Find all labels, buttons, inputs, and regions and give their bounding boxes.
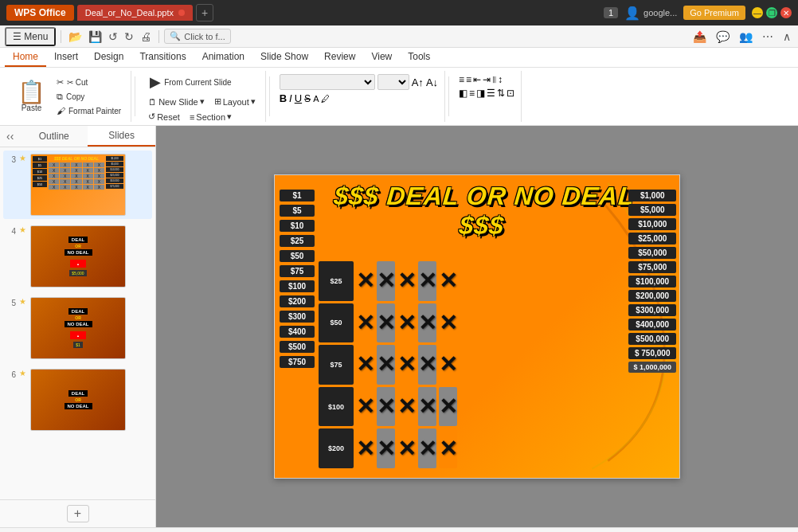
highlight-button[interactable]: 🖊 (321, 94, 330, 104)
cell-4-4: ✕ (418, 387, 436, 427)
search-icon: 🔍 (170, 31, 181, 41)
amount-300000r: $300,000 (628, 304, 676, 316)
text-align-v-button[interactable]: ⊡ (507, 88, 514, 99)
line-spacing-button[interactable]: ↕ (498, 74, 503, 85)
deal-slide: $$$ DEAL OR NO DEAL $$$ $1 $5 $10 $25 $5… (275, 175, 679, 478)
slide-item[interactable]: 4 ★ DEAL OR NO DEAL ▲ $5,000 (3, 222, 152, 291)
amount-100l: $100 (280, 280, 315, 292)
reset-button[interactable]: ↺ Reset (145, 110, 183, 123)
columns-button[interactable]: ⫴ (492, 74, 496, 85)
slide-item[interactable]: 6 ★ DEAL OR NO DEAL (3, 366, 152, 434)
font-size-select[interactable] (377, 74, 409, 90)
save-icon[interactable]: 💾 (86, 29, 104, 45)
tab-design[interactable]: Design (86, 48, 131, 67)
indent-inc-button[interactable]: ⇥ (483, 74, 491, 85)
tab-view[interactable]: View (363, 48, 400, 67)
sidebar-collapse-button[interactable]: ‹‹ (3, 128, 17, 144)
go-premium-button[interactable]: Go Premium (683, 6, 745, 20)
cell-1-3: ✕ (397, 261, 416, 301)
cell-2-2: ✕ (377, 303, 395, 343)
amount-300l: $300 (280, 311, 315, 323)
align-right-button[interactable]: ◨ (476, 88, 485, 99)
add-slide-button[interactable]: + (67, 505, 89, 522)
slide-content[interactable]: $$$ DEAL OR NO DEAL $$$ $1 $5 $10 $25 $5… (274, 174, 680, 479)
slide-thumbnail[interactable]: $1 $5 $10 $25 $50 $$$ DEAL OR NO DEAL XX… (30, 154, 126, 216)
share-icon[interactable]: 📤 (690, 29, 709, 45)
format-painter-label: Format Painter (68, 107, 121, 115)
bullets-button[interactable]: ≡ (459, 74, 464, 85)
new-slide-chevron: ▾ (200, 96, 205, 107)
decrease-font-button[interactable]: A↓ (426, 76, 438, 88)
minimize-button[interactable]: — (752, 7, 763, 18)
section-button[interactable]: ≡ Section ▾ (186, 110, 235, 123)
cell-5-1: ✕ (356, 428, 374, 468)
tab-insert[interactable]: Insert (46, 48, 86, 67)
tab-slideshow[interactable]: Slide Show (252, 48, 316, 67)
slide-star: ★ (19, 369, 27, 377)
layout-button[interactable]: ⊞ Layout ▾ (211, 95, 259, 108)
slide-group: ▶ From Current Slide 🗒 New Slide ▾ ⊞ Lay… (139, 71, 266, 122)
tab-transitions[interactable]: Transitions (131, 48, 194, 67)
copy-icon: ⧉ (57, 92, 63, 102)
search-label: Click to f... (184, 32, 225, 41)
slide-thumbnail[interactable]: DEAL OR NO DEAL ▲ $5,000 (30, 225, 126, 288)
align-center-button[interactable]: ≡ (469, 88, 475, 99)
slides-tab[interactable]: Slides (88, 126, 155, 147)
add-tab-button[interactable]: + (196, 4, 213, 22)
tab-home[interactable]: Home (5, 48, 46, 67)
print-icon[interactable]: 🖨 (138, 29, 154, 45)
slide-thumbnail[interactable]: DEAL OR NO DEAL (30, 369, 126, 431)
text-direction-button[interactable]: ⇅ (497, 88, 505, 99)
wps-office-button[interactable]: WPS Office (6, 5, 74, 21)
format-painter-button[interactable]: 🖌 Format Painter (53, 104, 124, 117)
title-bar-left: WPS Office Deal_or_No_Deal.pptx + (6, 4, 213, 22)
sep-2 (269, 76, 270, 116)
amount-500000r: $500,000 (628, 333, 676, 345)
strikethrough-button[interactable]: S (304, 93, 311, 104)
justify-button[interactable]: ☰ (487, 88, 495, 99)
indent-dec-button[interactable]: ⇤ (473, 74, 481, 85)
increase-font-button[interactable]: A↑ (412, 76, 424, 88)
collab-icon[interactable]: 👥 (737, 29, 755, 45)
font-family-select[interactable] (280, 74, 375, 90)
ribbon-content: 📋 Paste ✂ ✂ Cut ⧉ Copy 🖌 Format Painter (0, 68, 798, 125)
bold-button[interactable]: B (280, 92, 287, 104)
tab-review[interactable]: Review (316, 48, 363, 67)
maximize-button[interactable]: ❐ (766, 7, 777, 18)
file-tab[interactable]: Deal_or_No_Deal.pptx (77, 5, 193, 21)
more-icon[interactable]: ⋯ (760, 29, 776, 45)
canvas-area: $$$ DEAL OR NO DEAL $$$ $1 $5 $10 $25 $5… (156, 126, 798, 527)
main-area: ‹‹ Outline Slides 3 ★ $1 $5 (0, 126, 798, 527)
search-box[interactable]: 🔍 Click to f... (164, 29, 230, 44)
underline-button[interactable]: U (295, 92, 302, 104)
cell-2-4: ✕ (418, 303, 436, 343)
close-button[interactable]: ✕ (780, 7, 792, 18)
amount-75000r: $75,000 (628, 261, 676, 273)
copy-button[interactable]: ⧉ Copy (53, 90, 124, 104)
slide-item[interactable]: 5 ★ DEAL OR NO DEAL ▲ $1 (3, 294, 152, 362)
cut-icon: ✂ (57, 77, 64, 88)
undo2-icon[interactable]: ↺ (106, 29, 120, 45)
slide-star: ★ (19, 297, 27, 306)
new-slide-button[interactable]: 🗒 New Slide ▾ (145, 95, 208, 108)
slide-item[interactable]: 3 ★ $1 $5 $10 $25 $50 (3, 151, 152, 219)
tab-animation[interactable]: Animation (194, 48, 252, 67)
sidebar-nav: ‹‹ (0, 126, 20, 147)
align-left-button[interactable]: ◧ (459, 88, 467, 99)
section-label: Section (196, 112, 225, 122)
paste-button[interactable]: 📋 Paste (11, 75, 52, 118)
open-icon[interactable]: 📂 (66, 29, 84, 45)
from-current-slide-button[interactable]: ▶ From Current Slide (145, 71, 236, 93)
amount-200000r: $200,000 (628, 290, 676, 302)
collapse-icon[interactable]: ∧ (780, 29, 793, 45)
font-color-button[interactable]: A (313, 94, 319, 104)
slide-thumbnail[interactable]: DEAL OR NO DEAL ▲ $1 (30, 297, 126, 359)
numbering-button[interactable]: ≡ (466, 74, 471, 85)
cut-button[interactable]: ✂ ✂ Cut (53, 76, 124, 89)
redo-icon[interactable]: ↻ (122, 29, 136, 45)
comment-icon[interactable]: 💬 (714, 29, 732, 45)
tab-tools[interactable]: Tools (400, 48, 438, 67)
italic-button[interactable]: I (289, 92, 292, 104)
menu-button[interactable]: ☰ Menu (5, 27, 56, 46)
outline-tab[interactable]: Outline (20, 126, 88, 147)
